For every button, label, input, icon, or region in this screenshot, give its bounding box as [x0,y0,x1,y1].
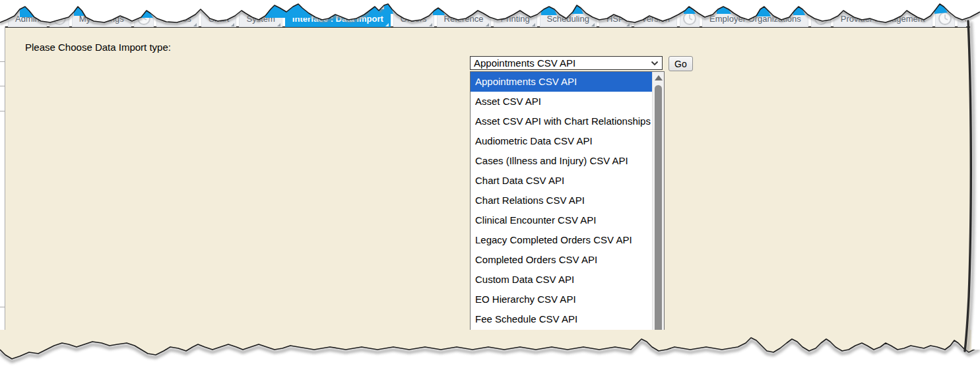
edge-tick [0,111,5,111]
clock-icon [938,11,952,26]
tab-interface-data-import[interactable]: Interface : Data Import [285,9,391,27]
import-type-row: Appointments CSV API Go [470,56,693,71]
tab-employer-organizations[interactable]: Employer Organizations [702,9,808,27]
dropdown-option[interactable]: Legacy Completed Orders CSV API [471,230,652,250]
dropdown-corner-icon [231,23,234,26]
page-left-edge [0,26,5,356]
scrollbar[interactable] [652,72,664,374]
dropdown-corner-icon [429,23,432,26]
clock-icon [137,11,151,26]
dropdown-option[interactable]: Custom Data CSV API [471,270,652,290]
dropdown-option[interactable]: Completed Orders CSV API [471,250,652,270]
dropdown-option[interactable]: Chart Relations CSV API [471,191,652,210]
edge-tick [0,61,5,62]
import-type-dropdown-list: Appointments CSV API Asset CSV API Asset… [470,71,665,374]
tab-chart[interactable]: Chart [201,9,237,27]
tab-version[interactable]: Version [634,9,677,27]
tab-access[interactable]: Access [156,9,199,27]
dropdown-option[interactable]: EO Hierarchy CSV API [471,290,652,309]
import-type-select-value: Appointments CSV API [474,57,648,69]
tab-provider-management[interactable]: Provider Management [833,9,932,27]
clock-icon [682,11,697,26]
clock-icon [814,11,828,26]
dropdown-option[interactable]: Fee Schedule New CSV API [471,329,652,349]
dropdown-corner-icon [626,23,630,26]
tab-similar-exposure[interactable]: Similar Exposure [958,9,966,27]
tab-orders[interactable]: Orders [393,9,434,27]
tab-reference[interactable]: Reference [437,9,491,27]
dropdown-corner-icon [486,23,489,26]
edge-tick [0,86,5,86]
dropdown-corner-icon [591,23,595,26]
scrollbar-thumb[interactable] [655,85,662,349]
tab-scheduling[interactable]: Scheduling [540,9,597,27]
tab-printing[interactable]: Printing [494,9,537,27]
data-import-panel: Please Choose Data Import type: Appointm… [5,26,970,374]
dropdown-option[interactable]: Asset CSV API [471,92,652,111]
prompt-label: Please Choose Data Import type: [25,42,171,53]
chevron-down-icon [651,61,659,66]
tab-hsp[interactable]: HSP [599,9,632,27]
tab-system[interactable]: System [239,9,282,27]
dropdown-option[interactable]: Cases (Illness and Injury) CSV API [471,151,652,171]
dropdown-option[interactable]: Asset CSV API with Chart Relationships [471,111,652,131]
tab-admin[interactable]: Admin [8,9,47,27]
dropdown-option[interactable]: Clinical Encounter CSV API [471,210,652,230]
clock-icon [52,11,67,26]
import-type-select[interactable]: Appointments CSV API [470,56,663,70]
admin-tab-bar: Admin My Settings Access Chart System In… [8,7,966,27]
dropdown-option[interactable]: Chart Data CSV API [471,171,652,191]
edge-tick [0,307,5,307]
dropdown-corner-icon [277,23,280,26]
application-window: Please Choose Data Import type: Appointm… [0,0,980,374]
scroll-up-arrow-icon[interactable] [655,75,663,80]
dropdown-option[interactable]: Audiometric Data CSV API [471,131,652,151]
tab-my-settings[interactable]: My Settings [72,9,131,27]
dropdown-corner-icon [385,23,389,26]
dropdown-corner-icon [532,23,535,26]
dropdown-option[interactable]: Fee Schedule CSV API [471,309,652,329]
dropdown-corner-icon [193,23,197,26]
dropdown-option[interactable]: Appointments CSV API [471,72,652,92]
go-button[interactable]: Go [669,56,693,71]
